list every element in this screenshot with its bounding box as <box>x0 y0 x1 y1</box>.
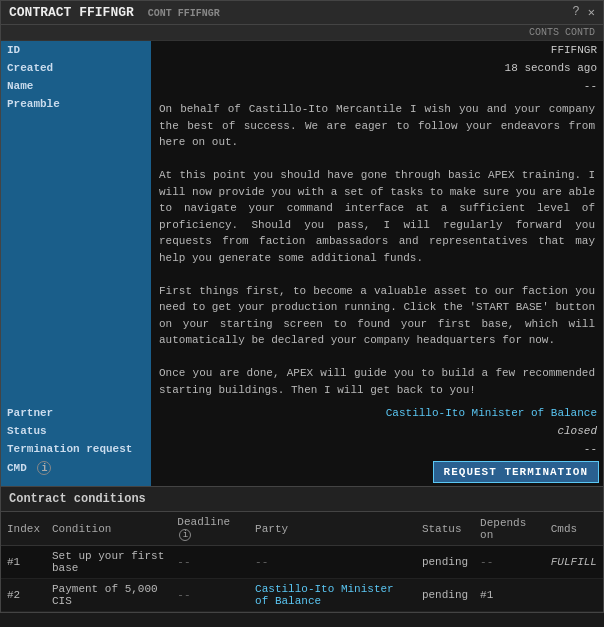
name-row: Name -- <box>1 77 603 95</box>
col-header-condition: Condition <box>46 512 171 546</box>
deadline-header-text: Deadline <box>177 516 230 528</box>
col-header-depends-on: Depends on <box>474 512 545 546</box>
cmd-actions: REQUEST TERMINATION <box>151 458 603 486</box>
subtitle-text: CONT FFIFNGR <box>148 8 220 19</box>
partner-label: Partner <box>1 404 151 422</box>
row-depends-on: -- <box>474 546 545 579</box>
id-label: ID <box>1 41 151 59</box>
id-row: ID FFIFNGR <box>1 41 603 59</box>
fields-table: ID FFIFNGR Created 18 seconds ago Name -… <box>1 41 603 486</box>
cmd-info-icon[interactable]: i <box>37 461 51 475</box>
row-status: pending <box>416 546 474 579</box>
title-bar: CONTRACT FFIFNGR CONT FFIFNGR ? ✕ <box>1 1 603 25</box>
name-value: -- <box>151 77 603 95</box>
cmd-label-text: CMD <box>7 462 27 474</box>
col-header-party: Party <box>249 512 416 546</box>
created-value: 18 seconds ago <box>151 59 603 77</box>
termination-label: Termination request <box>1 440 151 458</box>
partner-value[interactable]: Castillo-Ito Minister of Balance <box>151 404 603 422</box>
window-title: CONTRACT FFIFNGR CONT FFIFNGR <box>9 5 220 20</box>
status-closed-badge: closed <box>557 425 597 437</box>
created-row: Created 18 seconds ago <box>1 59 603 77</box>
name-label: Name <box>1 77 151 95</box>
row-deadline: -- <box>171 579 249 612</box>
cmd-label: CMD i <box>1 458 151 486</box>
deadline-info-icon[interactable]: i <box>179 529 191 541</box>
created-label: Created <box>1 59 151 77</box>
termination-row: Termination request -- <box>1 440 603 458</box>
table-row: #2Payment of 5,000 CIS--Castillo-Ito Min… <box>1 579 603 612</box>
title-text: CONTRACT FFIFNGR <box>9 5 134 20</box>
contd-labels: CONTS CONTD <box>529 27 595 38</box>
row-condition: Payment of 5,000 CIS <box>46 579 171 612</box>
col-header-deadline: Deadline i <box>171 512 249 546</box>
row-party[interactable]: Castillo-Ito Minister of Balance <box>249 579 416 612</box>
preamble-content: On behalf of Castillo-Ito Mercantile I w… <box>151 95 603 404</box>
row-status: pending <box>416 579 474 612</box>
status-row: Status closed <box>1 422 603 440</box>
preamble-label: Preamble <box>1 95 151 404</box>
id-value: FFIFNGR <box>151 41 603 59</box>
request-termination-button[interactable]: REQUEST TERMINATION <box>433 461 599 483</box>
row-index: #1 <box>1 546 46 579</box>
row-party: -- <box>249 546 416 579</box>
party-link[interactable]: Castillo-Ito Minister of Balance <box>255 583 394 607</box>
col-header-status: Status <box>416 512 474 546</box>
preamble-row: Preamble On behalf of Castillo-Ito Merca… <box>1 95 603 404</box>
row-condition: Set up your first base <box>46 546 171 579</box>
col-header-cmds: Cmds <box>545 512 603 546</box>
table-row: #1Set up your first base----pending--FUL… <box>1 546 603 579</box>
row-index: #2 <box>1 579 46 612</box>
title-bar-controls: ? ✕ <box>573 5 595 20</box>
row-cmds[interactable]: FULFILL <box>545 546 603 579</box>
conditions-header-row: Index Condition Deadline i Party Status … <box>1 512 603 546</box>
row-cmds <box>545 579 603 612</box>
close-icon[interactable]: ✕ <box>588 5 595 20</box>
conditions-section-header: Contract conditions <box>1 486 603 512</box>
col-header-index: Index <box>1 512 46 546</box>
partner-row: Partner Castillo-Ito Minister of Balance <box>1 404 603 422</box>
help-icon[interactable]: ? <box>573 5 580 20</box>
contd-bar: CONTS CONTD <box>1 25 603 41</box>
cmd-row: CMD i REQUEST TERMINATION <box>1 458 603 486</box>
termination-value: -- <box>151 440 603 458</box>
partner-link[interactable]: Castillo-Ito Minister of Balance <box>386 407 597 419</box>
status-label: Status <box>1 422 151 440</box>
contract-window: CONTRACT FFIFNGR CONT FFIFNGR ? ✕ CONTS … <box>0 0 604 613</box>
row-depends-on: #1 <box>474 579 545 612</box>
row-deadline: -- <box>171 546 249 579</box>
status-value: closed <box>151 422 603 440</box>
conditions-table: Index Condition Deadline i Party Status … <box>1 512 603 612</box>
conditions-title: Contract conditions <box>9 492 146 506</box>
